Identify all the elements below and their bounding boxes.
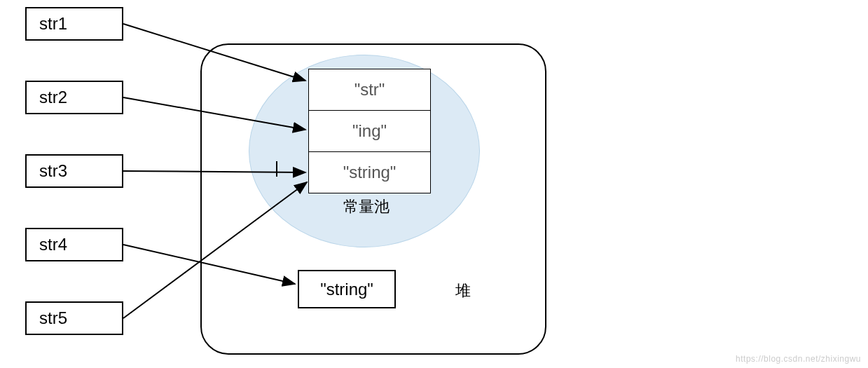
var-str5: str5 bbox=[25, 301, 123, 335]
var-str3: str3 bbox=[25, 154, 123, 188]
var-str1-text: str1 bbox=[39, 14, 67, 34]
var-str2-text: str2 bbox=[39, 88, 67, 107]
pool-cell-string: "string" bbox=[308, 151, 431, 193]
heap-string-text: "string" bbox=[320, 280, 373, 299]
heap-label: 堆 bbox=[455, 280, 471, 301]
pool-cell-str-text: "str" bbox=[354, 80, 385, 100]
var-str4: str4 bbox=[25, 228, 123, 261]
var-str3-text: str3 bbox=[39, 161, 67, 181]
pool-cell-ing: "ing" bbox=[308, 110, 431, 152]
watermark: https://blog.csdn.net/zhixingwu bbox=[736, 354, 861, 364]
var-str4-text: str4 bbox=[39, 235, 67, 254]
pool-cell-ing-text: "ing" bbox=[352, 121, 387, 141]
constant-pool-label: 常量池 bbox=[343, 196, 390, 217]
heap-string-box: "string" bbox=[298, 270, 396, 308]
pool-cell-str: "str" bbox=[308, 69, 431, 111]
var-str5-text: str5 bbox=[39, 308, 67, 328]
var-str2: str2 bbox=[25, 81, 123, 114]
var-str1: str1 bbox=[25, 7, 123, 41]
pool-cell-string-text: "string" bbox=[343, 163, 397, 182]
